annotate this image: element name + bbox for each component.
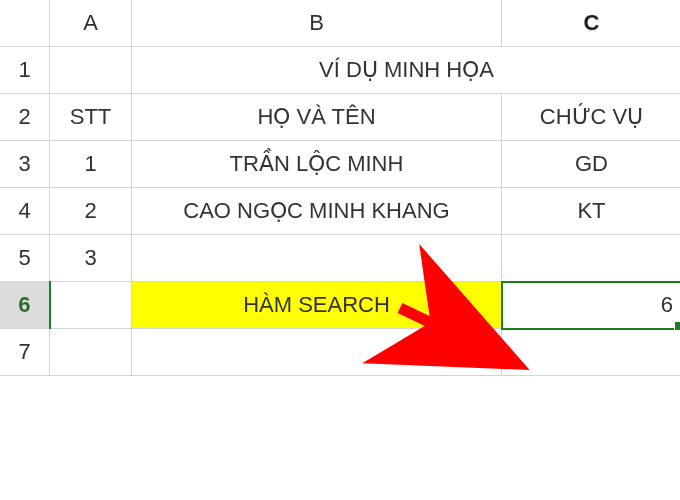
cell-b5[interactable] [132, 235, 502, 282]
cell-a2[interactable]: STT [50, 94, 132, 141]
cell-c3[interactable]: GD [502, 141, 681, 188]
row-7: 7 [0, 329, 680, 376]
cell-b6[interactable]: HÀM SEARCH [132, 282, 502, 329]
row-header-7[interactable]: 7 [0, 329, 50, 376]
row-6: 6 HÀM SEARCH 6 [0, 282, 680, 329]
row-header-5[interactable]: 5 [0, 235, 50, 282]
row-header-4[interactable]: 4 [0, 188, 50, 235]
grid: A B C 1 VÍ DỤ MINH HỌA 2 STT HỌ VÀ TÊN C… [0, 0, 680, 376]
cell-b7[interactable] [132, 329, 502, 376]
cell-a5[interactable]: 3 [50, 235, 132, 282]
cell-a3[interactable]: 1 [50, 141, 132, 188]
cell-b1-c1-merged[interactable]: VÍ DỤ MINH HỌA [132, 47, 681, 94]
cell-a4[interactable]: 2 [50, 188, 132, 235]
cell-b2[interactable]: HỌ VÀ TÊN [132, 94, 502, 141]
row-header-6[interactable]: 6 [0, 282, 50, 329]
cell-c6[interactable]: 6 [502, 282, 681, 329]
cell-b4[interactable]: CAO NGỌC MINH KHANG [132, 188, 502, 235]
row-header-1[interactable]: 1 [0, 47, 50, 94]
row-header-2[interactable]: 2 [0, 94, 50, 141]
cell-a6[interactable] [50, 282, 132, 329]
select-all-corner[interactable] [0, 0, 50, 47]
spreadsheet: A B C 1 VÍ DỤ MINH HỌA 2 STT HỌ VÀ TÊN C… [0, 0, 680, 500]
cell-c7[interactable] [502, 329, 681, 376]
row-header-3[interactable]: 3 [0, 141, 50, 188]
cell-c5[interactable] [502, 235, 681, 282]
row-4: 4 2 CAO NGỌC MINH KHANG KT [0, 188, 680, 235]
row-2: 2 STT HỌ VÀ TÊN CHỨC VỤ [0, 94, 680, 141]
column-header-a[interactable]: A [50, 0, 132, 47]
row-3: 3 1 TRẦN LỘC MINH GD [0, 141, 680, 188]
column-header-row: A B C [0, 0, 680, 47]
cell-a1[interactable] [50, 47, 132, 94]
column-header-c[interactable]: C [502, 0, 681, 47]
column-header-b[interactable]: B [132, 0, 502, 47]
cell-b3[interactable]: TRẦN LỘC MINH [132, 141, 502, 188]
cell-a7[interactable] [50, 329, 132, 376]
cell-c4[interactable]: KT [502, 188, 681, 235]
row-1: 1 VÍ DỤ MINH HỌA [0, 47, 680, 94]
row-5: 5 3 [0, 235, 680, 282]
cell-c2[interactable]: CHỨC VỤ [502, 94, 681, 141]
